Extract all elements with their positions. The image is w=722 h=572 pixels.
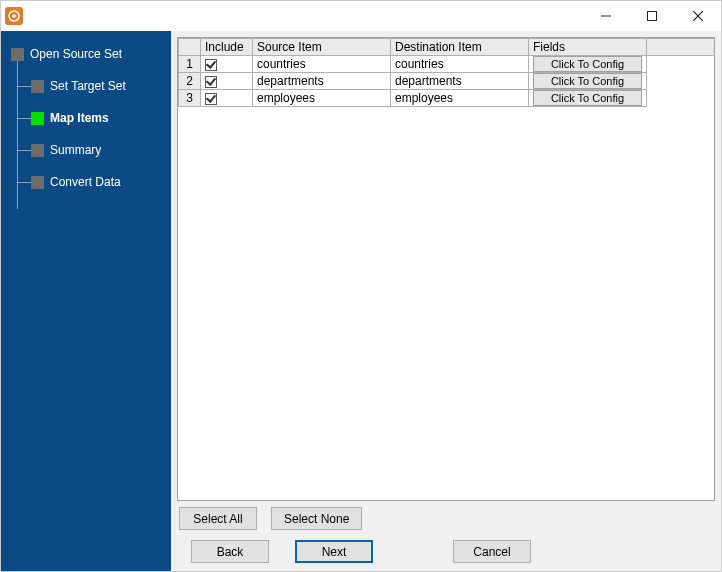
source-item-cell[interactable]: employees bbox=[253, 90, 391, 107]
check-icon[interactable] bbox=[205, 76, 217, 88]
destination-item-cell[interactable]: departments bbox=[391, 73, 529, 90]
step-label: Map Items bbox=[50, 111, 109, 125]
table-row[interactable]: 3 employees employees Click To Config bbox=[179, 90, 715, 107]
fields-cell: Click To Config bbox=[529, 90, 647, 107]
col-header-destination[interactable]: Destination Item bbox=[391, 39, 529, 56]
row-number: 3 bbox=[179, 90, 201, 107]
step-marker-icon bbox=[31, 112, 44, 125]
selection-buttons: Select All Select None bbox=[177, 501, 715, 534]
source-item-cell[interactable]: departments bbox=[253, 73, 391, 90]
config-button[interactable]: Click To Config bbox=[533, 90, 642, 106]
step-marker-icon bbox=[31, 80, 44, 93]
wizard-step-set-target[interactable]: Set Target Set bbox=[31, 73, 171, 99]
select-all-button[interactable]: Select All bbox=[179, 507, 257, 530]
items-grid: Include Source Item Destination Item Fie… bbox=[177, 37, 715, 501]
step-label: Open Source Set bbox=[30, 47, 122, 61]
window-controls bbox=[583, 1, 721, 31]
col-header-rownum[interactable] bbox=[179, 39, 201, 56]
include-cell[interactable] bbox=[201, 73, 253, 90]
row-number: 2 bbox=[179, 73, 201, 90]
select-none-button[interactable]: Select None bbox=[271, 507, 362, 530]
destination-item-cell[interactable]: countries bbox=[391, 56, 529, 73]
next-button[interactable]: Next bbox=[295, 540, 373, 563]
include-cell[interactable] bbox=[201, 56, 253, 73]
step-label: Convert Data bbox=[50, 175, 121, 189]
wizard-step-convert-data[interactable]: Convert Data bbox=[31, 169, 171, 195]
table-row[interactable]: 1 countries countries Click To Config bbox=[179, 56, 715, 73]
app-icon bbox=[5, 7, 23, 25]
grid-header-row: Include Source Item Destination Item Fie… bbox=[179, 39, 715, 56]
titlebar bbox=[1, 1, 721, 31]
step-label: Summary bbox=[50, 143, 101, 157]
step-marker-icon bbox=[31, 176, 44, 189]
fields-cell: Click To Config bbox=[529, 56, 647, 73]
wizard-step-map-items[interactable]: Map Items bbox=[31, 105, 171, 131]
step-marker-icon bbox=[11, 48, 24, 61]
step-marker-icon bbox=[31, 144, 44, 157]
step-label: Set Target Set bbox=[50, 79, 126, 93]
col-header-fields[interactable]: Fields bbox=[529, 39, 647, 56]
maximize-button[interactable] bbox=[629, 1, 675, 31]
include-cell[interactable] bbox=[201, 90, 253, 107]
svg-rect-2 bbox=[648, 12, 657, 21]
cancel-button[interactable]: Cancel bbox=[453, 540, 531, 563]
table-row[interactable]: 2 departments departments Click To Confi… bbox=[179, 73, 715, 90]
check-icon[interactable] bbox=[205, 59, 217, 71]
wizard-step-root[interactable]: Open Source Set bbox=[11, 41, 171, 67]
close-button[interactable] bbox=[675, 1, 721, 31]
source-item-cell[interactable]: countries bbox=[253, 56, 391, 73]
minimize-button[interactable] bbox=[583, 1, 629, 31]
main-panel: Include Source Item Destination Item Fie… bbox=[171, 31, 721, 571]
destination-item-cell[interactable]: employees bbox=[391, 90, 529, 107]
row-number: 1 bbox=[179, 56, 201, 73]
wizard-step-summary[interactable]: Summary bbox=[31, 137, 171, 163]
check-icon[interactable] bbox=[205, 93, 217, 105]
fields-cell: Click To Config bbox=[529, 73, 647, 90]
col-header-include[interactable]: Include bbox=[201, 39, 253, 56]
back-button[interactable]: Back bbox=[191, 540, 269, 563]
config-button[interactable]: Click To Config bbox=[533, 56, 642, 72]
wizard-nav-buttons: Back Next Cancel bbox=[177, 534, 715, 565]
wizard-sidebar: Open Source Set Set Target Set Map Items… bbox=[1, 31, 171, 571]
config-button[interactable]: Click To Config bbox=[533, 73, 642, 89]
col-header-source[interactable]: Source Item bbox=[253, 39, 391, 56]
col-header-spacer bbox=[647, 39, 715, 56]
